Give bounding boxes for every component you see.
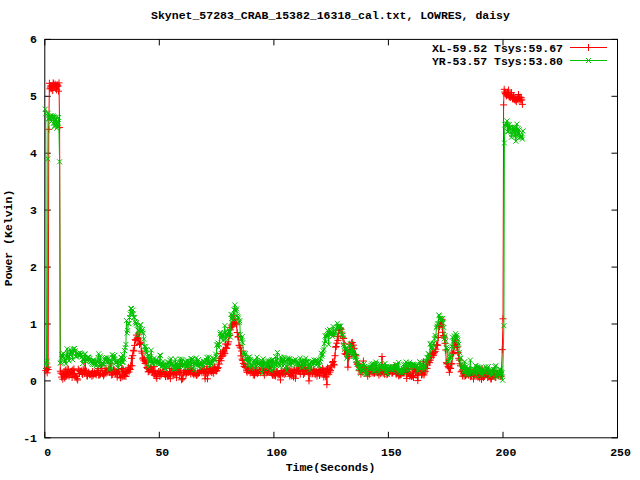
svg-text:XL-59.52 Tsys:59.67: XL-59.52 Tsys:59.67	[432, 42, 563, 55]
svg-text:Time(Seconds): Time(Seconds)	[286, 461, 376, 474]
svg-text:6: 6	[30, 33, 37, 46]
svg-text:2: 2	[30, 261, 37, 274]
svg-text:-1: -1	[23, 432, 37, 445]
svg-text:200: 200	[496, 446, 517, 459]
svg-text:Power (Kelvin): Power (Kelvin)	[2, 190, 15, 287]
svg-text:50: 50	[155, 446, 169, 459]
svg-text:Skynet_57283_CRAB_15382_16318_: Skynet_57283_CRAB_15382_16318_cal.txt, L…	[151, 9, 510, 22]
svg-text:YR-53.57 Tsys:53.80: YR-53.57 Tsys:53.80	[432, 55, 563, 68]
svg-text:250: 250	[610, 446, 631, 459]
svg-text:1: 1	[30, 318, 37, 331]
svg-text:0: 0	[30, 375, 37, 388]
svg-text:3: 3	[30, 204, 37, 217]
svg-text:4: 4	[30, 147, 37, 160]
svg-text:100: 100	[267, 446, 288, 459]
svg-text:5: 5	[30, 90, 37, 103]
svg-text:150: 150	[381, 446, 402, 459]
svg-text:0: 0	[44, 446, 51, 459]
